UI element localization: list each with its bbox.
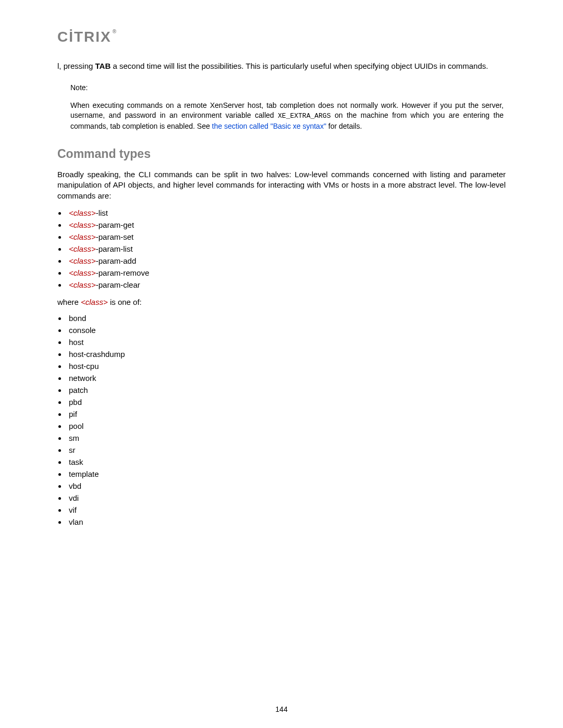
- class-placeholder: <class>: [69, 208, 96, 217]
- command-list-item: <class>-param-list: [67, 244, 506, 253]
- where-pre: where: [57, 298, 81, 306]
- class-list-item: vif: [67, 505, 506, 514]
- note-body: When executing commands on a remote XenS…: [70, 101, 504, 131]
- class-list: bondconsolehosthost-crashdumphost-cpunet…: [67, 314, 506, 526]
- command-list-item: <class>-list: [67, 208, 506, 217]
- intro-paragraph: l, pressing TAB a second time will list …: [57, 61, 506, 71]
- class-list-item: vdi: [67, 493, 506, 502]
- where-paragraph: where <class> is one of:: [57, 298, 506, 306]
- registered-mark: ®: [113, 29, 117, 34]
- document-page: CİTRIX® l, pressing TAB a second time wi…: [0, 0, 563, 728]
- class-list-item: vbd: [67, 482, 506, 490]
- note-block: Note: When executing commands on a remot…: [70, 83, 506, 131]
- note-seg3: for details.: [326, 122, 362, 130]
- command-list-item: <class>-param-clear: [67, 280, 506, 289]
- citrix-logo: CİTRIX®: [57, 29, 117, 45]
- command-suffix: -param-add: [96, 256, 137, 265]
- command-suffix: -param-get: [96, 220, 134, 229]
- tab-key-label: TAB: [95, 61, 111, 70]
- class-list-item: sr: [67, 446, 506, 454]
- class-list-item: sm: [67, 434, 506, 442]
- page-number: 144: [0, 705, 563, 713]
- where-post: is one of:: [108, 298, 142, 306]
- intro-post: a second time will list the possibilitie…: [111, 61, 488, 70]
- class-list-item: task: [67, 458, 506, 466]
- class-list-item: pif: [67, 410, 506, 418]
- class-list-item: host-cpu: [67, 362, 506, 371]
- command-suffix: -param-set: [96, 232, 134, 241]
- note-label: Note:: [70, 83, 504, 93]
- class-placeholder: <class>: [69, 220, 96, 229]
- command-suffix: -param-list: [96, 244, 133, 253]
- class-list-item: patch: [67, 386, 506, 394]
- class-list-item: host: [67, 338, 506, 347]
- basic-xe-syntax-link[interactable]: the section called "Basic xe syntax": [212, 122, 326, 130]
- command-suffix: -list: [96, 208, 108, 217]
- class-placeholder: <class>: [69, 232, 96, 241]
- command-suffix: -param-remove: [96, 268, 150, 277]
- command-list-item: <class>-param-set: [67, 232, 506, 241]
- command-list-item: <class>-param-get: [67, 220, 506, 229]
- section-heading: Command types: [57, 147, 506, 161]
- class-list-item: vlan: [67, 517, 506, 526]
- logo-text: CİTRIX: [57, 29, 112, 45]
- class-placeholder: <class>: [69, 268, 96, 277]
- env-var-code: XE_EXTRA_ARGS: [278, 112, 331, 120]
- intro-pre: l, pressing: [57, 61, 95, 70]
- class-list-item: host-crashdump: [67, 350, 506, 359]
- class-list-item: pool: [67, 422, 506, 430]
- class-list-item: pbd: [67, 398, 506, 406]
- section-paragraph: Broadly speaking, the CLI commands can b…: [57, 169, 506, 201]
- command-list-item: <class>-param-remove: [67, 268, 506, 277]
- class-list-item: bond: [67, 314, 506, 323]
- class-placeholder: <class>: [69, 244, 96, 253]
- class-list-item: console: [67, 326, 506, 335]
- class-list-item: network: [67, 374, 506, 382]
- class-placeholder: <class>: [69, 256, 96, 265]
- class-placeholder: <class>: [69, 280, 96, 289]
- command-list-item: <class>-param-add: [67, 256, 506, 265]
- command-suffix: -param-clear: [96, 280, 140, 289]
- class-list-item: template: [67, 470, 506, 478]
- where-class: <class>: [81, 298, 108, 306]
- command-list: <class>-list<class>-param-get<class>-par…: [67, 208, 506, 289]
